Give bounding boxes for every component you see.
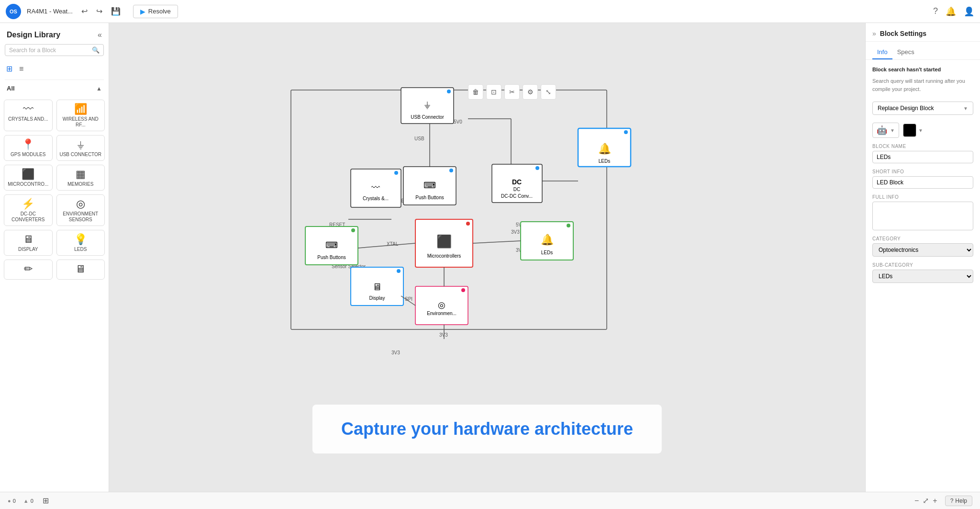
block-item-crystals[interactable]: 〰 CRYSTALS AND... <box>4 100 53 131</box>
push-buttons-left-block: ⌨ Push Buttons <box>305 226 358 265</box>
canvas-area[interactable]: 🗑 ⊡ ✂ ⚙ ⤡ USB 5V0 RESET RESET <box>109 23 865 492</box>
save-button[interactable]: 💾 <box>108 5 123 18</box>
app-logo: OS <box>6 4 21 19</box>
display-label: DISPLAY <box>18 247 38 252</box>
sidebar-collapse-button[interactable]: « <box>98 31 102 39</box>
panel-body: Block search hasn't started Search query… <box>866 60 980 492</box>
block-item-leds[interactable]: 💡 LEDS <box>56 230 105 256</box>
display-icon: 🖥 <box>23 234 33 245</box>
search-input[interactable] <box>9 47 89 54</box>
svg-text:◎: ◎ <box>438 300 445 310</box>
panel-collapse-button[interactable]: » <box>872 30 876 37</box>
sidebar-section-all: All ▲ <box>0 80 109 95</box>
svg-text:USB: USB <box>414 136 424 141</box>
sidebar-header: Design Library « <box>0 23 109 44</box>
svg-line-62 <box>473 241 521 243</box>
zoom-out-button[interactable]: − <box>914 497 919 505</box>
short-info-input[interactable] <box>872 176 973 189</box>
expand-button[interactable]: ⤡ <box>541 84 556 100</box>
svg-point-21 <box>447 90 451 93</box>
svg-text:⌨: ⌨ <box>325 240 338 250</box>
project-title: RA4M1 - Weat... <box>27 8 73 15</box>
subcategory-label: Sub-category <box>872 262 973 268</box>
dot-count: 0 <box>13 498 16 504</box>
block-name-label: Block Name <box>872 144 973 149</box>
undo-button[interactable]: ↩ <box>78 5 90 18</box>
full-info-group: Full Info <box>872 194 973 230</box>
svg-point-50 <box>567 224 570 227</box>
color-picker-button[interactable] <box>903 124 916 137</box>
block-item-memories[interactable]: ▦ MEMORIES <box>56 165 105 191</box>
block-item-gps[interactable]: 📍 GPS MODULES <box>4 135 53 161</box>
category-select[interactable]: Optoelectronics <box>872 243 973 257</box>
user-icon[interactable]: 👤 <box>964 6 974 17</box>
block-icon-dropdown[interactable]: 🤖 ▼ <box>872 123 899 138</box>
block-icon-preview: 🤖 <box>877 125 887 136</box>
block-item-dc-dc[interactable]: ⚡ DC-DC CONVERTERS <box>4 194 53 226</box>
microcontrollers-block: ⬛ Microcontrollers <box>415 219 473 267</box>
svg-text:Display: Display <box>369 295 385 301</box>
zoom-controls: − ⤢ + <box>914 496 937 505</box>
section-header[interactable]: All ▲ <box>7 85 102 92</box>
dc-dc-label: DC-DC CONVERTERS <box>6 211 50 223</box>
gps-icon: 📍 <box>22 139 34 150</box>
svg-text:DC: DC <box>512 178 522 186</box>
svg-text:🔔: 🔔 <box>598 142 612 155</box>
misc1-icon: ✏ <box>24 264 33 274</box>
group-button[interactable]: ⊡ <box>486 84 501 100</box>
svg-text:3V3: 3V3 <box>511 229 520 235</box>
redo-button[interactable]: ↪ <box>93 5 105 18</box>
svg-text:Microcontrollers: Microcontrollers <box>427 253 461 259</box>
block-item-wireless[interactable]: 📶 WIRELESS AND RF... <box>56 100 105 131</box>
block-item-usb-connector[interactable]: ⏚ USB CONNECTOR <box>56 135 105 161</box>
svg-point-29 <box>624 130 628 134</box>
fit-button[interactable]: ⤢ <box>923 496 929 505</box>
microcontroller-icon: ⬛ <box>22 169 34 180</box>
delete-button[interactable]: 🗑 <box>468 84 483 100</box>
block-item-misc2[interactable]: 🖥 <box>56 260 105 280</box>
bell-icon[interactable]: 🔔 <box>946 6 956 17</box>
block-name-input[interactable] <box>872 151 973 163</box>
block-item-env-sensors[interactable]: ◎ ENVIRONMENT SENSORS <box>56 194 105 226</box>
svg-text:USB Connector: USB Connector <box>411 114 444 120</box>
usb-connector-label: USB CONNECTOR <box>59 152 101 158</box>
statusbar-grid-button[interactable]: ⊞ <box>41 495 50 507</box>
svg-text:🔔: 🔔 <box>541 233 554 246</box>
block-item-microcontroller[interactable]: ⬛ MICROCONTRO... <box>4 165 53 191</box>
icon-color-row: 🤖 ▼ ▼ <box>872 123 973 138</box>
svg-text:⏚: ⏚ <box>424 99 430 110</box>
settings-button[interactable]: ⚙ <box>523 84 538 100</box>
block-item-display[interactable]: 🖥 DISPLAY <box>4 230 53 256</box>
resolve-label: Resolve <box>148 8 171 15</box>
svg-text:3V3: 3V3 <box>391 350 400 355</box>
topbar: OS RA4M1 - Weat... ↩ ↪ 💾 ▶ Resolve ? 🔔 👤 <box>0 0 980 23</box>
svg-point-46 <box>466 222 470 226</box>
help-button[interactable]: ? Help <box>945 496 972 506</box>
icon-dropdown-arrow: ▼ <box>890 128 895 133</box>
tab-specs[interactable]: Specs <box>892 45 919 59</box>
block-name-group: Block Name <box>872 144 973 163</box>
replace-design-block-dropdown[interactable]: Replace Design Block ▼ <box>872 102 973 115</box>
block-item-misc1[interactable]: ✏ <box>4 260 53 280</box>
help-icon[interactable]: ? <box>933 6 938 16</box>
svg-text:LEDs: LEDs <box>541 250 553 255</box>
list-view-button[interactable]: ≡ <box>18 63 25 75</box>
subcategory-group: Sub-category LEDs <box>872 262 973 283</box>
full-info-textarea[interactable] <box>872 202 973 230</box>
grid-view-button[interactable]: ⊞ <box>5 63 14 75</box>
triangle-icon: ▲ <box>23 498 29 504</box>
tab-info[interactable]: Info <box>872 45 892 59</box>
crystals-block: 〰 Crystals &... <box>351 169 401 207</box>
scissors-button[interactable]: ✂ <box>504 84 520 100</box>
right-panel: » Block Settings Info Specs Block search… <box>865 23 980 492</box>
svg-text:〰: 〰 <box>371 183 380 192</box>
svg-point-42 <box>449 169 453 172</box>
view-toggle: ⊞ ≡ <box>0 61 109 79</box>
resolve-button[interactable]: ▶ Resolve <box>133 5 178 18</box>
svg-text:🖥: 🖥 <box>372 282 382 292</box>
zoom-in-button[interactable]: + <box>933 497 937 505</box>
svg-text:⬛: ⬛ <box>436 234 452 249</box>
svg-point-54 <box>397 269 401 273</box>
subcategory-select[interactable]: LEDs <box>872 270 973 283</box>
color-dropdown-arrow: ▼ <box>918 128 923 133</box>
